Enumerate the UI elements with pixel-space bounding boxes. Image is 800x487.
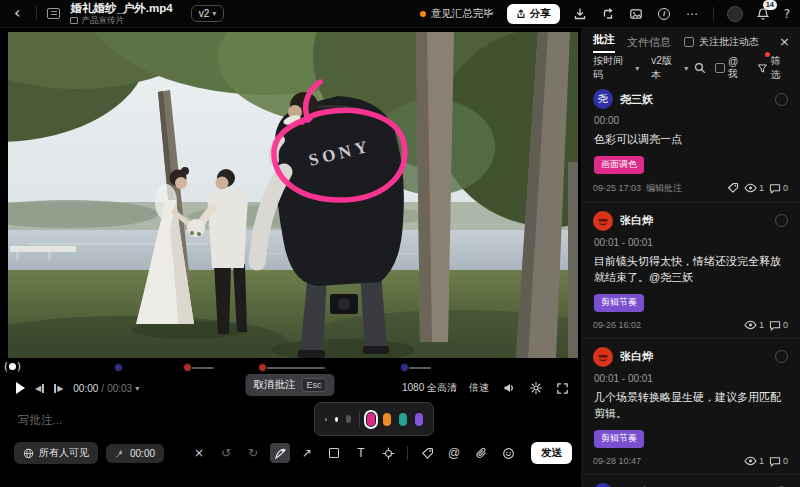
divider: [407, 446, 408, 460]
player-controls: ◀ ▶ 00:00 / 00:03 ▾ 取消批注 Esc 1080 全高清 倍速: [0, 376, 580, 400]
filter-active-dot: [765, 52, 770, 57]
time-display[interactable]: 00:00 / 00:03 ▾: [73, 383, 139, 394]
views-count[interactable]: 1: [744, 320, 764, 330]
timeline-comment-marker[interactable]: [258, 363, 325, 372]
follow-toggle[interactable]: 关注批注动态: [684, 35, 759, 49]
file-list-icon[interactable]: [47, 8, 60, 19]
share-icon: [516, 9, 526, 19]
fullscreen-icon[interactable]: [555, 381, 570, 396]
status-text: 意见汇总完毕: [431, 7, 494, 21]
cancel-annotation-button[interactable]: 取消批注 Esc: [245, 374, 334, 396]
undo-icon[interactable]: ↺: [216, 443, 236, 463]
back-icon[interactable]: ‹: [8, 5, 26, 21]
avatar: 尧: [593, 483, 613, 487]
comment-tag[interactable]: 剪辑节奏: [594, 430, 644, 448]
views-count[interactable]: 1: [744, 456, 764, 466]
comment-tag[interactable]: 剪辑节奏: [594, 294, 644, 312]
comment-item: 尧 尧三妖 00:02 - 00:02 这段素材换成近景的，需要看清人脸 画面调…: [581, 475, 800, 487]
pin-timecode-button[interactable]: 00:00: [106, 444, 164, 463]
blur-tool[interactable]: [378, 443, 398, 463]
comment-item: 张白烨 00:01 - 00:01 几个场景转换略显生硬，建议多用匹配剪辑。 剪…: [581, 339, 800, 475]
download-icon[interactable]: [573, 6, 588, 21]
resolve-circle[interactable]: [775, 93, 788, 106]
volume-icon[interactable]: [501, 381, 516, 396]
cover-image-icon[interactable]: [629, 6, 644, 21]
info-icon[interactable]: i: [657, 6, 672, 21]
tag-tool[interactable]: [417, 443, 437, 463]
arrow-tool[interactable]: ↗: [297, 443, 317, 463]
user-avatar[interactable]: [727, 6, 743, 22]
search-icon[interactable]: [694, 62, 706, 74]
chevron-down-icon: ▾: [684, 64, 688, 73]
color-swatch-orange[interactable]: [383, 413, 391, 426]
views-count[interactable]: 1: [744, 183, 764, 193]
annotation-tag-icon[interactable]: [727, 182, 739, 194]
color-swatch-purple[interactable]: [415, 413, 423, 426]
visibility-button[interactable]: 所有人可见: [14, 442, 98, 464]
mention-tool[interactable]: @: [444, 443, 464, 463]
next-frame-button[interactable]: ▶: [54, 384, 63, 393]
sort-dropdown[interactable]: 按时间码▾: [593, 54, 639, 82]
brush-size-small[interactable]: [325, 418, 327, 421]
status-dot-icon: [420, 11, 426, 17]
time-current: 00:00: [73, 383, 98, 394]
comment-input[interactable]: [16, 413, 296, 427]
filter-button[interactable]: 筛选: [757, 54, 790, 82]
comment-composer[interactable]: [16, 410, 296, 428]
share-button[interactable]: 分享: [507, 4, 560, 24]
version-filter-dropdown[interactable]: v2版本▾: [651, 54, 688, 82]
comment-timecode[interactable]: 00:00: [594, 115, 788, 126]
pin-icon: [115, 448, 125, 459]
video-frame[interactable]: SONY: [8, 32, 578, 358]
brush-size-medium[interactable]: [335, 417, 338, 422]
replies-count[interactable]: 0: [769, 320, 788, 331]
prev-frame-button[interactable]: ◀: [35, 384, 44, 393]
comment-timecode[interactable]: 00:01 - 00:01: [594, 237, 788, 248]
close-panel-icon[interactable]: ×: [779, 34, 790, 49]
timeline-comment-marker[interactable]: [114, 363, 123, 372]
send-button[interactable]: 发送: [531, 442, 572, 464]
comment-list[interactable]: 尧 尧三妖 00:00 色彩可以调亮一点 画面调色 09-25 17:03 编辑…: [581, 81, 800, 487]
brush-size-large[interactable]: [346, 415, 351, 423]
playhead[interactable]: (): [4, 361, 21, 372]
color-swatch-pink[interactable]: [367, 413, 375, 426]
settings-gear-icon[interactable]: [528, 381, 543, 396]
eye-icon: [744, 183, 757, 193]
tab-file-info[interactable]: 文件信息: [627, 33, 671, 50]
comment-timecode[interactable]: 00:01 - 00:01: [594, 373, 788, 384]
comment-tag[interactable]: 画面调色: [594, 156, 644, 174]
more-icon[interactable]: ⋯: [685, 6, 700, 21]
speed-button[interactable]: 倍速: [469, 381, 489, 395]
color-swatch-teal[interactable]: [399, 413, 407, 426]
review-status[interactable]: 意见汇总完毕: [420, 7, 494, 21]
quality-button[interactable]: 1080 全高清: [402, 381, 457, 395]
redo-icon[interactable]: ↻: [243, 443, 263, 463]
resolve-circle[interactable]: [775, 214, 788, 227]
emoji-tool[interactable]: [498, 443, 518, 463]
pen-tool[interactable]: [270, 443, 290, 463]
mention-me-filter[interactable]: @我: [715, 56, 747, 81]
comment-item: 尧 尧三妖 00:00 色彩可以调亮一点 画面调色 09-25 17:03 编辑…: [581, 81, 800, 203]
play-button[interactable]: [16, 382, 25, 394]
timeline-comment-marker[interactable]: [400, 363, 431, 372]
convert-icon[interactable]: [601, 6, 616, 21]
close-annotation-icon[interactable]: ×: [189, 443, 209, 463]
comment-date: 09-26 16:02: [593, 320, 641, 330]
time-total: 00:03: [107, 383, 132, 394]
version-dropdown[interactable]: v2 ▾: [191, 5, 225, 22]
help-icon[interactable]: ?: [784, 7, 790, 21]
video-player: SONY () ◀ ▶ 00:00: [0, 28, 580, 487]
follow-label: 关注批注动态: [699, 35, 759, 49]
visibility-label: 所有人可见: [39, 446, 89, 460]
attachment-tool[interactable]: [471, 443, 491, 463]
rectangle-tool[interactable]: [324, 443, 344, 463]
timeline-comment-marker[interactable]: [183, 363, 214, 372]
checkbox-icon: [715, 63, 725, 73]
replies-count[interactable]: 0: [769, 183, 788, 194]
tab-comments[interactable]: 批注: [593, 30, 615, 53]
resolve-circle[interactable]: [775, 350, 788, 363]
notifications-bell-icon[interactable]: 14: [756, 6, 771, 21]
text-tool[interactable]: T: [351, 443, 371, 463]
comments-panel: 批注 文件信息 关注批注动态 × 按时间码▾ v2版本▾ @我: [580, 28, 800, 487]
replies-count[interactable]: 0: [769, 456, 788, 467]
